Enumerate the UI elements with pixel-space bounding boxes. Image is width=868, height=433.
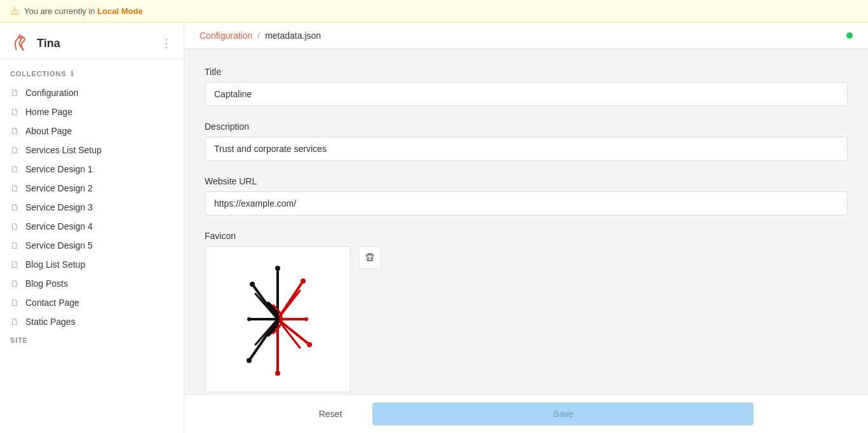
breadcrumb-current: metadata.json [265, 31, 321, 41]
svg-point-14 [307, 342, 312, 347]
sidebar-item-about-page[interactable]: 🗋 About Page [0, 121, 184, 141]
sidebar-item-label: Contact Page [25, 298, 79, 308]
favicon-image [236, 262, 319, 376]
sidebar-item-home-page[interactable]: 🗋 Home Page [0, 102, 184, 121]
sidebar-item-label: Service Design 2 [25, 183, 93, 193]
sidebar-item-label: Blog List Setup [25, 259, 85, 270]
collections-label: COLLECTIONS ℹ [0, 67, 184, 83]
sidebar-item-label: Static Pages [25, 317, 76, 327]
sidebar-item-blog-posts[interactable]: 🗋 Blog Posts [0, 274, 184, 293]
file-icon: 🗋 [10, 164, 19, 174]
svg-point-20 [247, 317, 251, 321]
sidebar-item-services-list-setup[interactable]: 🗋 Services List Setup [0, 141, 184, 160]
sidebar-item-service-design-3[interactable]: 🗋 Service Design 3 [0, 198, 184, 217]
svg-point-0 [19, 36, 21, 38]
website-url-label: Website URL [205, 176, 848, 186]
file-icon: 🗋 [10, 278, 19, 289]
warning-icon: ⚠ [10, 5, 19, 17]
favicon-preview [205, 246, 351, 392]
favicon-label: Favicon [205, 231, 848, 241]
banner-text: You are currently in Local Mode [24, 6, 143, 16]
sidebar-item-service-design-2[interactable]: 🗋 Service Design 2 [0, 179, 184, 198]
breadcrumb-separator: / [257, 31, 260, 41]
sidebar-item-blog-list-setup[interactable]: 🗋 Blog List Setup [0, 255, 184, 274]
sidebar-item-label: Home Page [25, 107, 72, 117]
file-icon: 🗋 [10, 298, 19, 308]
svg-point-18 [247, 358, 252, 363]
sidebar-item-service-design-4[interactable]: 🗋 Service Design 4 [0, 217, 184, 236]
sidebar-menu-dots[interactable]: ⋮ [161, 36, 173, 50]
favicon-actions [358, 246, 381, 269]
file-icon: 🗋 [10, 145, 19, 155]
sidebar-item-label: About Page [25, 126, 72, 136]
sidebar-item-label: Services List Setup [25, 145, 102, 155]
file-icon: 🗋 [10, 107, 19, 117]
svg-point-13 [301, 278, 306, 284]
website-url-group: Website URL [205, 176, 848, 216]
svg-point-16 [304, 317, 308, 321]
sidebar-item-label: Configuration [25, 88, 78, 98]
save-button[interactable]: Save [372, 402, 754, 425]
sidebar-header: Tina ⋮ [0, 23, 184, 59]
mode-text: Local Mode [97, 6, 143, 16]
description-group: Description [205, 121, 848, 161]
sidebar-item-label: Service Design 5 [25, 240, 93, 251]
sidebar-nav: COLLECTIONS ℹ 🗋 Configuration 🗋 Home Pag… [0, 59, 184, 433]
app-name-label: Tina [37, 37, 60, 50]
form-content: Title Description Website URL Favicon [184, 49, 868, 394]
sidebar-item-service-design-1[interactable]: 🗋 Service Design 1 [0, 160, 184, 179]
status-indicator [846, 32, 853, 39]
file-icon: 🗋 [10, 88, 19, 98]
favicon-container [205, 246, 848, 392]
sidebar: Tina ⋮ COLLECTIONS ℹ 🗋 Configuration 🗋 H… [0, 23, 184, 433]
sidebar-item-label: Service Design 1 [25, 164, 93, 174]
action-bar: Reset Save [184, 394, 868, 433]
sidebar-item-configuration[interactable]: 🗋 Configuration [0, 83, 184, 102]
description-input[interactable] [205, 137, 848, 161]
collections-info-icon: ℹ [71, 69, 74, 78]
svg-point-15 [275, 371, 280, 376]
file-icon: 🗋 [10, 317, 19, 327]
sidebar-item-label: Blog Posts [25, 278, 68, 289]
title-input[interactable] [205, 82, 848, 106]
local-mode-banner: ⚠ You are currently in Local Mode [0, 0, 868, 23]
file-icon: 🗋 [10, 126, 19, 136]
title-group: Title [205, 67, 848, 106]
sidebar-item-service-design-5[interactable]: 🗋 Service Design 5 [0, 236, 184, 255]
sidebar-item-label: Service Design 4 [25, 221, 93, 231]
favicon-group: Favicon [205, 231, 848, 392]
breadcrumb-link[interactable]: Configuration [200, 31, 252, 41]
file-icon: 🗋 [10, 259, 19, 270]
reset-button[interactable]: Reset [299, 402, 363, 425]
file-icon: 🗋 [10, 183, 19, 193]
svg-point-19 [275, 266, 280, 271]
app-title: Tina [10, 33, 60, 53]
sidebar-item-label: Service Design 3 [25, 202, 93, 212]
svg-point-17 [250, 282, 255, 287]
file-icon: 🗋 [10, 202, 19, 212]
sidebar-item-static-pages[interactable]: 🗋 Static Pages [0, 312, 184, 331]
description-label: Description [205, 121, 848, 132]
sidebar-item-contact-page[interactable]: 🗋 Contact Page [0, 293, 184, 312]
breadcrumb: Configuration / metadata.json [200, 31, 321, 41]
delete-favicon-button[interactable] [358, 246, 381, 269]
trash-icon [365, 252, 375, 263]
site-section-label: SITE [0, 331, 184, 347]
llama-icon [10, 33, 31, 53]
content-area: Configuration / metadata.json Title Desc… [184, 23, 868, 433]
website-url-input[interactable] [205, 191, 848, 216]
title-label: Title [205, 67, 848, 77]
breadcrumb-bar: Configuration / metadata.json [184, 23, 868, 49]
file-icon: 🗋 [10, 221, 19, 231]
file-icon: 🗋 [10, 240, 19, 251]
